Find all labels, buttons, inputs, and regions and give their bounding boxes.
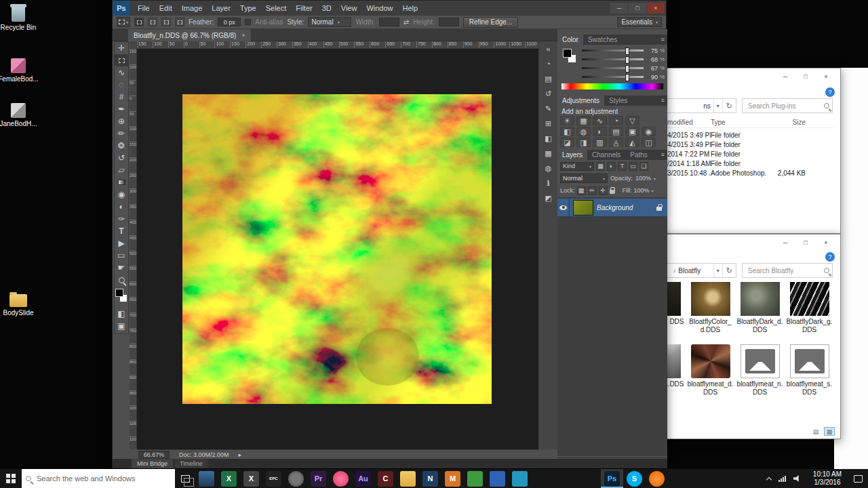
close-button[interactable]: × <box>647 3 665 14</box>
color-spectrum-ramp[interactable] <box>561 83 663 89</box>
opacity-value[interactable]: 100% <box>635 175 651 182</box>
panel-menu-icon[interactable]: ≡ <box>661 150 667 160</box>
slider-track[interactable] <box>582 67 644 69</box>
adjustment-icon[interactable]: ◬ <box>609 138 623 147</box>
adjustment-icon[interactable]: ☀ <box>560 116 574 125</box>
menu-3d[interactable]: 3D <box>317 1 336 16</box>
feather-input[interactable]: 0 px <box>218 18 241 26</box>
zoom-level[interactable]: 66.67% <box>138 451 170 459</box>
taskbar-app[interactable]: M <box>441 469 464 488</box>
antialias-checkbox[interactable] <box>245 19 251 25</box>
healing-brush-tool[interactable]: ⊕ <box>115 115 128 127</box>
tab-adjustments[interactable]: Adjustments <box>557 96 604 106</box>
styles-panel-icon[interactable]: ◩ <box>540 190 557 205</box>
brush-tool[interactable]: ✏ <box>115 127 128 140</box>
move-tool[interactable]: ✛ <box>115 42 128 54</box>
lock-all-icon[interactable] <box>610 190 615 194</box>
width-input[interactable] <box>379 18 399 26</box>
column-type[interactable]: Type <box>711 119 766 126</box>
lock-transparency-icon[interactable]: ▦ <box>577 186 586 195</box>
taskbar-app-photoshop[interactable]: Ps <box>601 469 623 488</box>
taskbar-app[interactable] <box>285 469 307 488</box>
panel-menu-icon[interactable]: ≡ <box>661 96 667 106</box>
taskbar-app[interactable] <box>397 469 419 488</box>
filter-shape-layers-icon[interactable]: ▭ <box>629 162 637 171</box>
file-tile[interactable]: BloatflyDark_g.DDS <box>785 282 834 335</box>
color-slider[interactable]: 75 % <box>582 46 665 55</box>
photoshop-window[interactable]: Ps File Edit Image Layer Type Select Fil… <box>112 0 667 468</box>
breadcrumb[interactable]: Bloatfly <box>675 267 713 274</box>
selection-mode-intersect[interactable] <box>175 18 184 26</box>
filter-smart-objects-icon[interactable]: ❏ <box>639 162 648 171</box>
clone-stamp-tool[interactable]: ❂ <box>115 140 128 152</box>
close-tab-icon[interactable]: × <box>241 32 245 39</box>
gradient-tool[interactable] <box>115 176 128 188</box>
slider-track[interactable] <box>582 58 644 60</box>
selection-mode-add[interactable] <box>148 18 157 26</box>
maximize-button[interactable]: □ <box>795 236 816 249</box>
taskbar-app[interactable] <box>330 469 352 488</box>
taskbar-app[interactable] <box>195 469 218 488</box>
refine-edge-button[interactable]: Refine Edge... <box>463 17 518 28</box>
taskbar-app[interactable]: X <box>218 469 240 488</box>
history-panel-icon[interactable]: ◔ <box>540 56 557 71</box>
panel-menu-icon[interactable]: ≡ <box>661 35 667 45</box>
clone-source-panel-icon[interactable]: ⊞ <box>540 116 557 131</box>
menu-filter[interactable]: Filter <box>291 1 317 16</box>
type-tool[interactable]: T <box>115 225 128 237</box>
height-input[interactable] <box>439 18 459 26</box>
adjustment-icon[interactable]: ◍ <box>576 127 591 136</box>
taskbar-clock[interactable]: 10:10 AM 1/3/2016 <box>808 470 846 487</box>
canvas-image[interactable] <box>182 94 492 404</box>
blend-mode-select[interactable]: Normal▾ <box>560 174 608 183</box>
channels-panel-icon[interactable]: ▦ <box>540 146 557 161</box>
crop-tool[interactable]: # <box>115 91 128 103</box>
maximize-button[interactable]: □ <box>795 70 816 83</box>
foreground-color-swatch[interactable] <box>115 289 123 297</box>
details-view-button[interactable]: ▤ <box>810 427 821 436</box>
taskbar-search-input[interactable] <box>35 474 171 483</box>
collapse-panels-icon[interactable]: « <box>540 41 557 56</box>
tool-preset-picker[interactable]: ▾ <box>117 17 130 27</box>
quick-selection-tool[interactable]: ◌ <box>115 79 128 91</box>
thumbnails-view-button[interactable]: ▦ <box>824 427 835 436</box>
menu-view[interactable]: View <box>336 1 362 16</box>
adjustment-icon[interactable]: ◪ <box>560 138 574 147</box>
masks-panel-icon[interactable]: ◧ <box>540 131 557 146</box>
workspace-switcher[interactable]: Essentials▾ <box>617 17 662 27</box>
minimize-button[interactable]: ─ <box>775 70 795 83</box>
menu-window[interactable]: Window <box>361 1 397 16</box>
search-box[interactable] <box>742 98 833 113</box>
refresh-icon[interactable]: ↻ <box>722 99 736 113</box>
properties-panel-icon[interactable]: ▤ <box>540 71 557 86</box>
layer-thumbnail[interactable] <box>573 200 593 216</box>
dodge-tool[interactable]: ◐ <box>115 201 128 213</box>
eraser-tool[interactable]: ▱ <box>115 164 128 176</box>
desktop-icon-bodyslide[interactable]: BodySlide <box>0 290 37 317</box>
volume-icon[interactable] <box>793 475 801 483</box>
adjustment-icon[interactable]: ◐ <box>593 127 607 136</box>
path-selection-tool[interactable]: ▶ <box>115 237 128 249</box>
lasso-tool[interactable]: ∿ <box>115 66 128 79</box>
maximize-button[interactable]: □ <box>629 3 646 14</box>
column-size[interactable]: Size <box>766 119 806 126</box>
screen-mode-button[interactable]: ▣ <box>115 320 128 332</box>
desktop-icon-recycle-bin[interactable]: Recycle Bin <box>0 4 37 31</box>
tab-color[interactable]: Color <box>557 35 583 45</box>
taskbar-app-browser[interactable] <box>646 469 668 488</box>
adjustment-icon[interactable]: ◧ <box>560 127 574 136</box>
eyedropper-tool[interactable]: ✒ <box>115 103 128 115</box>
taskbar-app[interactable]: EPC <box>262 469 285 488</box>
slider-track[interactable] <box>582 49 644 52</box>
history-brush-tool[interactable]: ↺ <box>115 152 128 164</box>
tab-swatches[interactable]: Swatches <box>583 35 622 45</box>
taskbar-app-skype[interactable]: S <box>623 469 646 488</box>
layer-row-background[interactable]: Background <box>557 199 667 216</box>
selection-mode-new[interactable] <box>134 18 144 26</box>
hand-tool[interactable]: ☛ <box>115 262 128 274</box>
help-icon[interactable]: ? <box>825 87 835 97</box>
minimize-button[interactable]: ─ <box>775 236 795 249</box>
menu-layer[interactable]: Layer <box>207 1 235 16</box>
color-panel-swatches[interactable] <box>561 48 578 64</box>
zoom-tool[interactable] <box>115 274 128 286</box>
